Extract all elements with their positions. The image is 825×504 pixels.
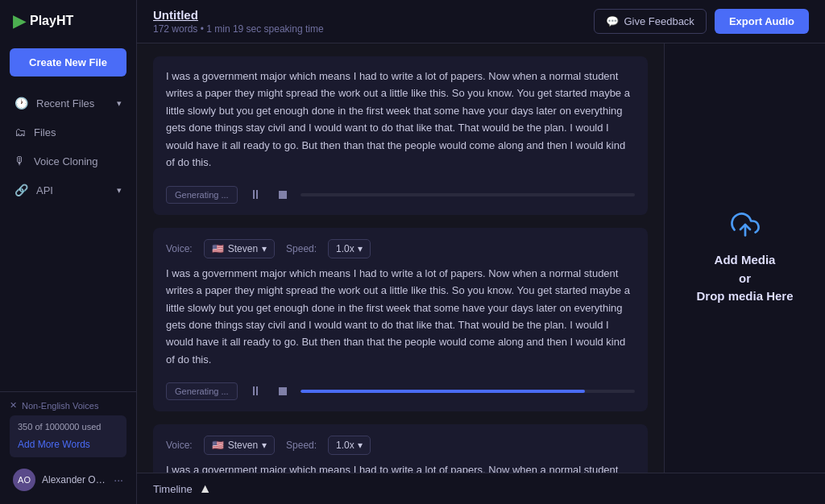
speed-label-3: Speed: xyxy=(286,440,317,451)
export-audio-button[interactable]: Export Audio xyxy=(715,9,809,34)
timeline-bar: Timeline ▲ xyxy=(137,473,825,504)
voice-name-3: Steven xyxy=(228,440,258,451)
flag-icon: 🇺🇸 xyxy=(212,440,224,451)
sidebar-item-label: Voice Cloning xyxy=(34,155,98,167)
speed-select-2[interactable]: 1.0x ▾ xyxy=(328,239,371,258)
progress-track-1 xyxy=(301,193,635,196)
voice-row-2: Voice: 🇺🇸 Steven ▾ Speed: 1.0x ▾ xyxy=(166,239,635,258)
stop-button-2[interactable]: ⏹ xyxy=(273,382,292,400)
text-content-3: I was a government major which means I h… xyxy=(166,461,635,473)
generating-badge-2: Generating ... xyxy=(166,382,238,400)
stop-button-1[interactable]: ⏹ xyxy=(273,186,292,204)
voice-select-3[interactable]: 🇺🇸 Steven ▾ xyxy=(204,436,275,455)
media-panel[interactable]: Add Media or Drop media Here xyxy=(664,43,825,473)
voice-select-2[interactable]: 🇺🇸 Steven ▾ xyxy=(204,239,275,258)
user-row: AO Alexander Ogu... ··· xyxy=(10,464,126,496)
voice-name-2: Steven xyxy=(228,243,258,254)
user-name: Alexander Ogu... xyxy=(42,474,107,485)
sidebar-item-label: Files xyxy=(34,126,56,138)
playht-logo-icon: ▶ xyxy=(13,11,25,31)
progress-track-2 xyxy=(301,390,635,393)
logo-text: PlayHT xyxy=(30,14,73,28)
content-area: I was a government major which means I h… xyxy=(137,43,825,473)
chevron-icon: ▾ xyxy=(358,243,363,254)
upload-icon xyxy=(731,210,760,245)
main-content: Untitled 172 words • 1 min 19 sec speaki… xyxy=(137,0,825,504)
timeline-chevron-icon[interactable]: ▲ xyxy=(199,481,212,496)
speed-select-3[interactable]: 1.0x ▾ xyxy=(328,436,371,455)
header: Untitled 172 words • 1 min 19 sec speaki… xyxy=(137,0,825,43)
create-new-file-button[interactable]: Create New File xyxy=(10,48,126,76)
sidebar: ▶ PlayHT Create New File 🕐 Recent Files … xyxy=(0,0,137,504)
pause-button-1[interactable]: ⏸ xyxy=(246,186,265,204)
header-meta: 172 words • 1 min 19 sec speaking time xyxy=(153,23,594,35)
sidebar-item-voice-cloning[interactable]: 🎙 Voice Cloning xyxy=(6,147,130,175)
sidebar-bottom: ✕ Non-English Voices 350 of 1000000 used… xyxy=(0,391,136,504)
pause-button-2[interactable]: ⏸ xyxy=(246,382,265,400)
text-block-3: Voice: 🇺🇸 Steven ▾ Speed: 1.0x ▾ I was a… xyxy=(153,424,648,473)
voice-row-3: Voice: 🇺🇸 Steven ▾ Speed: 1.0x ▾ xyxy=(166,436,635,455)
sidebar-item-label: API xyxy=(36,184,53,196)
audio-controls-1: Generating ... ⏸ ⏹ xyxy=(166,180,635,204)
audio-controls-2: Generating ... ⏸ ⏹ xyxy=(166,376,635,400)
media-panel-text: Add Media or Drop media Here xyxy=(696,251,793,306)
header-actions: 💬 Give Feedback Export Audio xyxy=(594,9,809,34)
logo: ▶ PlayHT xyxy=(0,0,136,42)
text-block-2: Voice: 🇺🇸 Steven ▾ Speed: 1.0x ▾ I was a… xyxy=(153,228,648,412)
voice-label-3: Voice: xyxy=(166,440,193,451)
chevron-icon: ▾ xyxy=(262,243,267,254)
feedback-label: Give Feedback xyxy=(624,15,694,27)
sidebar-item-label: Recent Files xyxy=(36,97,94,109)
clock-icon: 🕐 xyxy=(15,97,28,109)
chevron-icon: ▾ xyxy=(262,440,267,451)
voice-label-2: Voice: xyxy=(166,243,193,254)
sidebar-item-recent-files[interactable]: 🕐 Recent Files ▾ xyxy=(6,89,130,117)
files-icon: 🗂 xyxy=(15,126,26,138)
text-block-1: I was a government major which means I h… xyxy=(153,56,648,215)
header-title-area: Untitled 172 words • 1 min 19 sec speaki… xyxy=(153,8,594,35)
translate-icon: ✕ xyxy=(10,400,17,411)
flag-icon: 🇺🇸 xyxy=(212,243,224,254)
sidebar-item-files[interactable]: 🗂 Files xyxy=(6,118,130,146)
sidebar-nav: 🕐 Recent Files ▾ 🗂 Files 🎙 Voice Cloning… xyxy=(0,89,136,391)
speed-value-3: 1.0x xyxy=(336,440,354,451)
sidebar-item-api[interactable]: 🔗 API ▾ xyxy=(6,176,130,204)
chevron-down-icon: ▾ xyxy=(117,98,122,109)
speed-value-2: 1.0x xyxy=(336,243,354,254)
page-title: Untitled xyxy=(153,8,594,22)
non-english-voices-label: ✕ Non-English Voices xyxy=(10,400,126,411)
speed-label-2: Speed: xyxy=(286,243,317,254)
progress-fill-2 xyxy=(301,390,585,393)
words-used-text: 350 of 1000000 used xyxy=(18,422,118,432)
editor: I was a government major which means I h… xyxy=(137,43,664,473)
avatar: AO xyxy=(13,469,35,491)
text-content-1: I was a government major which means I h… xyxy=(166,68,635,171)
timeline-label: Timeline xyxy=(153,483,193,495)
generating-badge-1: Generating ... xyxy=(166,186,238,204)
chevron-down-icon: ▾ xyxy=(117,185,122,196)
words-used-box: 350 of 1000000 used Add More Words xyxy=(10,415,126,457)
give-feedback-button[interactable]: 💬 Give Feedback xyxy=(594,9,706,34)
feedback-icon: 💬 xyxy=(606,15,619,27)
text-content-2: I was a government major which means I h… xyxy=(166,265,635,369)
api-icon: 🔗 xyxy=(15,184,28,196)
microphone-icon: 🎙 xyxy=(15,155,26,167)
user-menu-button[interactable]: ··· xyxy=(114,473,123,486)
chevron-icon: ▾ xyxy=(358,440,363,451)
add-more-words-button[interactable]: Add More Words xyxy=(18,439,90,450)
